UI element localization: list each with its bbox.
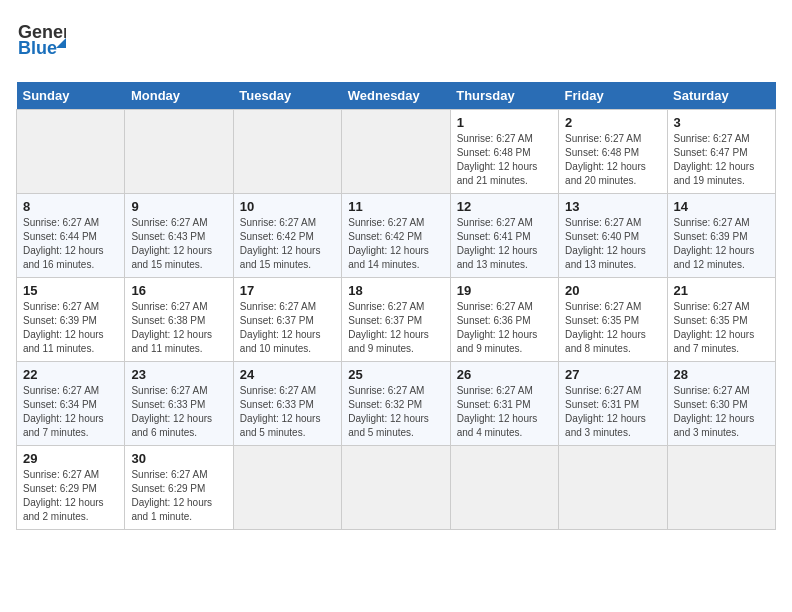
empty-cell — [667, 446, 775, 530]
calendar-week-1: 1Sunrise: 6:27 AM Sunset: 6:48 PM Daylig… — [17, 110, 776, 194]
day-number: 3 — [674, 115, 769, 130]
empty-cell — [125, 110, 233, 194]
day-cell-1: 1Sunrise: 6:27 AM Sunset: 6:48 PM Daylig… — [450, 110, 558, 194]
day-info: Sunrise: 6:27 AM Sunset: 6:32 PM Dayligh… — [348, 384, 443, 440]
day-info: Sunrise: 6:27 AM Sunset: 6:31 PM Dayligh… — [457, 384, 552, 440]
day-number: 22 — [23, 367, 118, 382]
col-header-monday: Monday — [125, 82, 233, 110]
day-cell-18: 18Sunrise: 6:27 AM Sunset: 6:37 PM Dayli… — [342, 278, 450, 362]
day-info: Sunrise: 6:27 AM Sunset: 6:34 PM Dayligh… — [23, 384, 118, 440]
day-cell-28: 28Sunrise: 6:27 AM Sunset: 6:30 PM Dayli… — [667, 362, 775, 446]
day-number: 20 — [565, 283, 660, 298]
day-number: 28 — [674, 367, 769, 382]
day-info: Sunrise: 6:27 AM Sunset: 6:36 PM Dayligh… — [457, 300, 552, 356]
day-info: Sunrise: 6:27 AM Sunset: 6:29 PM Dayligh… — [23, 468, 118, 524]
col-header-wednesday: Wednesday — [342, 82, 450, 110]
empty-cell — [233, 446, 341, 530]
day-info: Sunrise: 6:27 AM Sunset: 6:48 PM Dayligh… — [565, 132, 660, 188]
day-number: 24 — [240, 367, 335, 382]
day-info: Sunrise: 6:27 AM Sunset: 6:38 PM Dayligh… — [131, 300, 226, 356]
day-cell-22: 22Sunrise: 6:27 AM Sunset: 6:34 PM Dayli… — [17, 362, 125, 446]
day-info: Sunrise: 6:27 AM Sunset: 6:35 PM Dayligh… — [674, 300, 769, 356]
day-number: 29 — [23, 451, 118, 466]
day-number: 1 — [457, 115, 552, 130]
empty-cell — [559, 446, 667, 530]
day-number: 21 — [674, 283, 769, 298]
day-info: Sunrise: 6:27 AM Sunset: 6:37 PM Dayligh… — [240, 300, 335, 356]
col-header-saturday: Saturday — [667, 82, 775, 110]
day-info: Sunrise: 6:27 AM Sunset: 6:44 PM Dayligh… — [23, 216, 118, 272]
day-info: Sunrise: 6:27 AM Sunset: 6:47 PM Dayligh… — [674, 132, 769, 188]
day-info: Sunrise: 6:27 AM Sunset: 6:29 PM Dayligh… — [131, 468, 226, 524]
day-cell-9: 9Sunrise: 6:27 AM Sunset: 6:43 PM Daylig… — [125, 194, 233, 278]
day-info: Sunrise: 6:27 AM Sunset: 6:41 PM Dayligh… — [457, 216, 552, 272]
col-header-tuesday: Tuesday — [233, 82, 341, 110]
day-cell-12: 12Sunrise: 6:27 AM Sunset: 6:41 PM Dayli… — [450, 194, 558, 278]
day-number: 11 — [348, 199, 443, 214]
day-cell-29: 29Sunrise: 6:27 AM Sunset: 6:29 PM Dayli… — [17, 446, 125, 530]
day-cell-25: 25Sunrise: 6:27 AM Sunset: 6:32 PM Dayli… — [342, 362, 450, 446]
day-cell-24: 24Sunrise: 6:27 AM Sunset: 6:33 PM Dayli… — [233, 362, 341, 446]
day-number: 25 — [348, 367, 443, 382]
day-cell-26: 26Sunrise: 6:27 AM Sunset: 6:31 PM Dayli… — [450, 362, 558, 446]
day-number: 23 — [131, 367, 226, 382]
day-info: Sunrise: 6:27 AM Sunset: 6:48 PM Dayligh… — [457, 132, 552, 188]
day-cell-8: 8Sunrise: 6:27 AM Sunset: 6:44 PM Daylig… — [17, 194, 125, 278]
logo: General Blue — [16, 16, 66, 70]
day-number: 19 — [457, 283, 552, 298]
empty-cell — [233, 110, 341, 194]
calendar-table: SundayMondayTuesdayWednesdayThursdayFrid… — [16, 82, 776, 530]
svg-text:Blue: Blue — [18, 38, 57, 58]
day-info: Sunrise: 6:27 AM Sunset: 6:39 PM Dayligh… — [23, 300, 118, 356]
day-number: 2 — [565, 115, 660, 130]
day-info: Sunrise: 6:27 AM Sunset: 6:30 PM Dayligh… — [674, 384, 769, 440]
day-cell-11: 11Sunrise: 6:27 AM Sunset: 6:42 PM Dayli… — [342, 194, 450, 278]
empty-cell — [342, 446, 450, 530]
empty-cell — [450, 446, 558, 530]
col-header-sunday: Sunday — [17, 82, 125, 110]
day-cell-27: 27Sunrise: 6:27 AM Sunset: 6:31 PM Dayli… — [559, 362, 667, 446]
day-cell-21: 21Sunrise: 6:27 AM Sunset: 6:35 PM Dayli… — [667, 278, 775, 362]
day-info: Sunrise: 6:27 AM Sunset: 6:31 PM Dayligh… — [565, 384, 660, 440]
day-info: Sunrise: 6:27 AM Sunset: 6:35 PM Dayligh… — [565, 300, 660, 356]
day-cell-13: 13Sunrise: 6:27 AM Sunset: 6:40 PM Dayli… — [559, 194, 667, 278]
day-number: 16 — [131, 283, 226, 298]
day-cell-3: 3Sunrise: 6:27 AM Sunset: 6:47 PM Daylig… — [667, 110, 775, 194]
day-info: Sunrise: 6:27 AM Sunset: 6:33 PM Dayligh… — [131, 384, 226, 440]
day-number: 9 — [131, 199, 226, 214]
day-number: 14 — [674, 199, 769, 214]
col-header-friday: Friday — [559, 82, 667, 110]
page-header: General Blue — [16, 16, 776, 70]
day-cell-19: 19Sunrise: 6:27 AM Sunset: 6:36 PM Dayli… — [450, 278, 558, 362]
day-number: 13 — [565, 199, 660, 214]
empty-cell — [342, 110, 450, 194]
day-cell-16: 16Sunrise: 6:27 AM Sunset: 6:38 PM Dayli… — [125, 278, 233, 362]
empty-cell — [17, 110, 125, 194]
day-number: 10 — [240, 199, 335, 214]
day-number: 12 — [457, 199, 552, 214]
day-number: 8 — [23, 199, 118, 214]
day-info: Sunrise: 6:27 AM Sunset: 6:39 PM Dayligh… — [674, 216, 769, 272]
day-number: 15 — [23, 283, 118, 298]
day-info: Sunrise: 6:27 AM Sunset: 6:42 PM Dayligh… — [348, 216, 443, 272]
day-info: Sunrise: 6:27 AM Sunset: 6:43 PM Dayligh… — [131, 216, 226, 272]
day-cell-30: 30Sunrise: 6:27 AM Sunset: 6:29 PM Dayli… — [125, 446, 233, 530]
day-info: Sunrise: 6:27 AM Sunset: 6:42 PM Dayligh… — [240, 216, 335, 272]
calendar-week-3: 15Sunrise: 6:27 AM Sunset: 6:39 PM Dayli… — [17, 278, 776, 362]
day-number: 30 — [131, 451, 226, 466]
logo-icon: General Blue — [16, 16, 66, 66]
day-info: Sunrise: 6:27 AM Sunset: 6:33 PM Dayligh… — [240, 384, 335, 440]
day-cell-17: 17Sunrise: 6:27 AM Sunset: 6:37 PM Dayli… — [233, 278, 341, 362]
day-cell-2: 2Sunrise: 6:27 AM Sunset: 6:48 PM Daylig… — [559, 110, 667, 194]
calendar-week-4: 22Sunrise: 6:27 AM Sunset: 6:34 PM Dayli… — [17, 362, 776, 446]
day-cell-10: 10Sunrise: 6:27 AM Sunset: 6:42 PM Dayli… — [233, 194, 341, 278]
day-cell-23: 23Sunrise: 6:27 AM Sunset: 6:33 PM Dayli… — [125, 362, 233, 446]
day-number: 27 — [565, 367, 660, 382]
day-number: 26 — [457, 367, 552, 382]
calendar-week-2: 8Sunrise: 6:27 AM Sunset: 6:44 PM Daylig… — [17, 194, 776, 278]
col-header-thursday: Thursday — [450, 82, 558, 110]
day-cell-14: 14Sunrise: 6:27 AM Sunset: 6:39 PM Dayli… — [667, 194, 775, 278]
day-number: 18 — [348, 283, 443, 298]
day-number: 17 — [240, 283, 335, 298]
day-info: Sunrise: 6:27 AM Sunset: 6:40 PM Dayligh… — [565, 216, 660, 272]
